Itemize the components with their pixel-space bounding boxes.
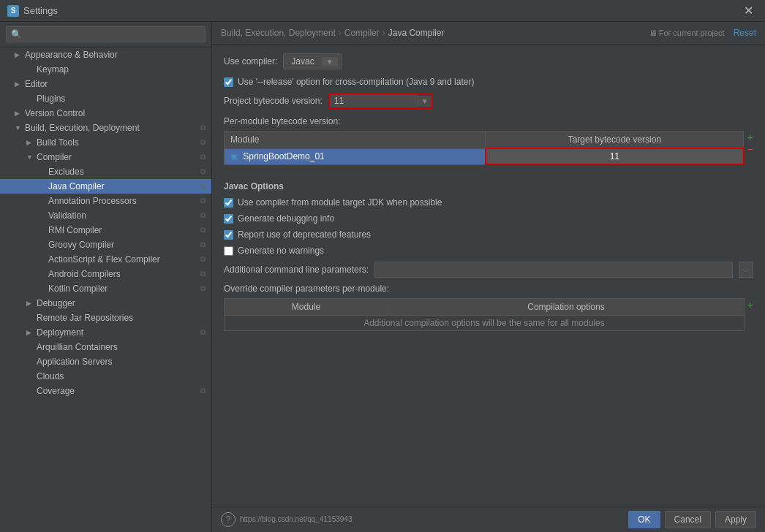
- copy-icon-coverage: ⧉: [200, 387, 206, 395]
- sidebar-item-app-servers[interactable]: Application Servers: [0, 354, 211, 369]
- title-bar: S Settings ✕: [0, 0, 765, 22]
- sidebar-item-label-keymap: Keymap: [37, 64, 206, 75]
- table-row[interactable]: ▣ SpringBootDemo_01 11: [225, 148, 744, 164]
- add-module-button[interactable]: +: [747, 132, 753, 142]
- bytecode-version-row: Project bytecode version: ▼: [224, 93, 753, 109]
- sidebar-item-label-excludes: Excludes: [48, 167, 200, 177]
- override-options-col: Compilation options: [388, 299, 745, 316]
- close-button[interactable]: ✕: [739, 2, 758, 19]
- tree-arrow-editor: [15, 80, 25, 88]
- debug-info-checkbox[interactable]: [224, 214, 233, 224]
- tree-arrow-build-tools: [26, 139, 37, 146]
- sidebar-item-build-execution[interactable]: Build, Execution, Deployment⧉: [0, 121, 211, 135]
- copy-icon-groovy-compiler: ⧉: [200, 240, 206, 249]
- breadcrumb-project: 🖥 For current project: [649, 28, 725, 37]
- module-table-container: Module Target bytecode version ▣ SpringB…: [224, 131, 753, 174]
- sidebar-item-label-debugger: Debugger: [37, 298, 206, 308]
- bytecode-input[interactable]: [330, 94, 418, 107]
- deprecated-checkbox[interactable]: [224, 230, 233, 240]
- cmdline-input[interactable]: [374, 262, 733, 278]
- copy-icon-kotlin: ⧉: [200, 284, 206, 293]
- bytecode-dropdown-arrow[interactable]: ▼: [418, 96, 432, 107]
- sidebar-item-label-compiler: Compiler: [37, 152, 200, 162]
- bytecode-input-container: ▼: [328, 93, 433, 109]
- copy-icon-excludes: ⧉: [200, 167, 206, 176]
- override-label: Override compiler parameters per-module:: [224, 284, 753, 294]
- sidebar-item-actionscript[interactable]: ActionScript & Flex Compiler⧉: [0, 252, 211, 267]
- sidebar-item-debugger[interactable]: Debugger: [0, 296, 211, 311]
- sidebar-item-editor[interactable]: Editor: [0, 77, 211, 91]
- compiler-select[interactable]: Javac ▼: [283, 53, 341, 69]
- copy-icon-deployment: ⧉: [200, 328, 206, 337]
- sidebar-item-build-tools[interactable]: Build Tools⧉: [0, 135, 211, 150]
- override-table-controls: +: [747, 298, 753, 310]
- reset-button[interactable]: Reset: [734, 28, 756, 38]
- sidebar-item-kotlin[interactable]: Kotlin Compiler⧉: [0, 281, 211, 296]
- tree-arrow-appearance: [15, 51, 25, 58]
- add-override-button[interactable]: +: [747, 300, 753, 310]
- sidebar-item-clouds[interactable]: Clouds: [0, 369, 211, 384]
- compiler-dropdown-arrow: ▼: [322, 57, 338, 66]
- search-input[interactable]: [6, 26, 206, 42]
- breadcrumb-part-1: Build, Execution, Deployment: [221, 28, 336, 38]
- footer-right: OK Cancel Apply: [628, 511, 756, 528]
- sidebar-item-keymap[interactable]: Keymap: [0, 62, 211, 77]
- no-warnings-checkbox[interactable]: [224, 246, 233, 256]
- breadcrumb-part-2: Compiler: [344, 28, 380, 38]
- sidebar-item-validation[interactable]: Validation⧉: [0, 208, 211, 223]
- sidebar-item-annotation[interactable]: Annotation Processors⧉: [0, 194, 211, 208]
- cross-compile-checkbox[interactable]: [224, 77, 233, 87]
- sidebar-item-groovy-compiler[interactable]: Groovy Compiler⧉: [0, 238, 211, 252]
- module-jdk-label: Use compiler from module target JDK when…: [238, 197, 442, 208]
- table-controls: + −: [747, 131, 753, 154]
- sidebar-item-plugins[interactable]: Plugins: [0, 91, 211, 106]
- debug-info-checkbox-row: Generate debugging info: [224, 213, 753, 224]
- sidebar-item-label-rmi-compiler: RMI Compiler: [48, 225, 200, 235]
- footer-url: https://blog.csdn.net/qq_41153943: [240, 515, 352, 523]
- copy-icon-android: ⧉: [200, 270, 206, 278]
- sidebar-item-label-kotlin: Kotlin Compiler: [48, 284, 200, 294]
- module-name-text: SpringBootDemo_01: [243, 151, 324, 162]
- sidebar-item-version-control[interactable]: Version Control: [0, 106, 211, 121]
- module-icon: ▣: [230, 152, 238, 161]
- remove-module-button[interactable]: −: [747, 144, 753, 154]
- sidebar-item-excludes[interactable]: Excludes⧉: [0, 164, 211, 179]
- override-empty-row: Additional compilation options will be t…: [225, 316, 745, 331]
- sidebar-item-arquillian[interactable]: Arquillian Containers: [0, 340, 211, 354]
- override-table-container: Module Compilation options Additional co…: [224, 298, 753, 331]
- cmdline-expand-button[interactable]: ⋯: [739, 262, 753, 278]
- use-compiler-row: Use compiler: Javac ▼: [224, 53, 753, 69]
- copy-icon-actionscript: ⧉: [200, 255, 206, 264]
- sidebar-item-compiler[interactable]: Compiler⧉: [0, 150, 211, 164]
- copy-icon-java-compiler: ⧉: [200, 182, 206, 191]
- javac-options-title: Javac Options: [224, 181, 753, 191]
- ok-button[interactable]: OK: [628, 511, 660, 528]
- sidebar-item-remote-jar[interactable]: Remote Jar Repositories: [0, 311, 211, 325]
- help-button[interactable]: ?: [221, 512, 235, 527]
- sidebar-item-appearance[interactable]: Appearance & Behavior: [0, 48, 211, 62]
- sidebar-item-label-editor: Editor: [25, 79, 206, 89]
- copy-icon-compiler: ⧉: [200, 153, 206, 162]
- tree-arrow-build-execution: [15, 124, 25, 132]
- sidebar-tree: Appearance & BehaviorKeymapEditorPlugins…: [0, 48, 211, 532]
- no-warnings-label: Generate no warnings: [238, 246, 324, 256]
- footer-left: ? https://blog.csdn.net/qq_41153943: [221, 512, 352, 527]
- cross-compile-checkbox-row: Use '--release' option for cross-compila…: [224, 77, 753, 87]
- sidebar-item-coverage[interactable]: Coverage⧉: [0, 384, 211, 398]
- apply-button[interactable]: Apply: [715, 511, 756, 528]
- cancel-button[interactable]: Cancel: [665, 511, 711, 528]
- sidebar-item-rmi-compiler[interactable]: RMI Compiler⧉: [0, 223, 211, 238]
- settings-content: Use compiler: Javac ▼ Use '--release' op…: [212, 45, 765, 506]
- sidebar-item-deployment[interactable]: Deployment⧉: [0, 325, 211, 340]
- content-area: Build, Execution, Deployment › Compiler …: [212, 22, 765, 532]
- override-table: Module Compilation options Additional co…: [224, 298, 745, 331]
- breadcrumb: Build, Execution, Deployment › Compiler …: [212, 22, 765, 45]
- module-jdk-checkbox[interactable]: [224, 198, 233, 208]
- module-jdk-checkbox-row: Use compiler from module target JDK when…: [224, 197, 753, 208]
- sidebar-item-android[interactable]: Android Compilers⧉: [0, 267, 211, 281]
- sidebar-item-label-remote-jar: Remote Jar Repositories: [37, 313, 206, 323]
- sidebar-item-java-compiler[interactable]: Java Compiler⧉: [0, 179, 211, 194]
- module-name-cell: ▣ SpringBootDemo_01: [225, 148, 486, 164]
- copy-icon-build-execution: ⧉: [200, 123, 206, 132]
- copy-icon-build-tools: ⧉: [200, 138, 206, 147]
